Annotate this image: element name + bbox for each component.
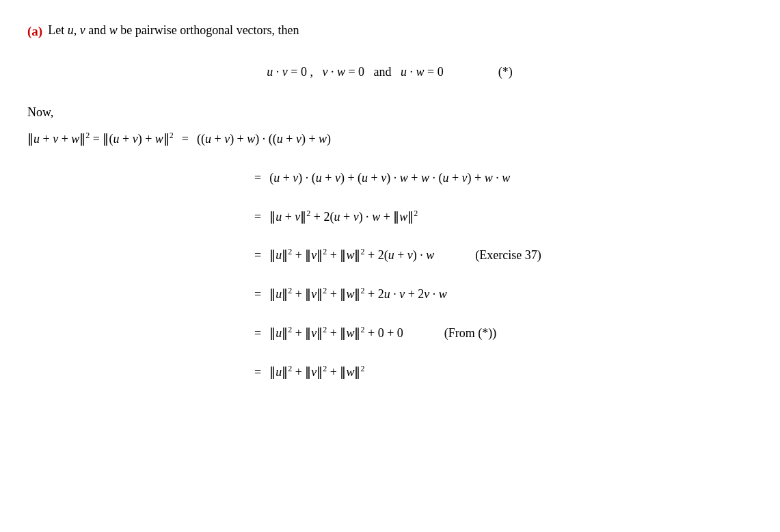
math-row-3: = ‖u + v‖2 + 2(u + v) · w + ‖w‖2 [27,207,752,227]
row4-rhs: ‖u‖2 + ‖v‖2 + ‖w‖2 + 2(u + v) · w [269,245,434,265]
star-reference: (*) [498,62,513,82]
row1-lhs: ‖u + v + w‖2 = ‖(u + v) + w‖2 [27,129,174,149]
row2-rhs: (u + v) · (u + v) + (u + v) · w + w · (u… [269,168,510,188]
row6-rhs: ‖u‖2 + ‖v‖2 + ‖w‖2 + 0 + 0 [269,323,403,343]
row5-eq: = [254,284,261,304]
row7-rhs: ‖u‖2 + ‖v‖2 + ‖w‖2 [269,362,364,382]
row7-eq: = [254,362,261,382]
math-row-2: = (u + v) · (u + v) + (u + v) · w + w · … [27,168,752,188]
row1-rhs: ((u + v) + w) · ((u + v) + w) [197,129,331,149]
row4-annotation: (Exercise 37) [475,245,541,265]
math-row-1: ‖u + v + w‖2 = ‖(u + v) + w‖2 = ((u + v)… [27,129,752,149]
eq-u-dot-v: u · v = 0 , v · w = 0 and u · w = 0 [267,62,443,82]
row4-eq: = [254,245,261,265]
centered-equation: u · v = 0 , v · w = 0 and u · w = 0 (*) [27,62,752,82]
row1-eq: = [182,129,189,149]
math-row-5: = ‖u‖2 + ‖v‖2 + ‖w‖2 + 2u · v + 2v · w [27,284,752,304]
intro-text: Let u, v and w be pairwise orthogonal ve… [48,21,299,40]
row3-rhs: ‖u + v‖2 + 2(u + v) · w + ‖w‖2 [269,207,418,227]
part-a-intro: (a) Let u, v and w be pairwise orthogona… [27,21,752,42]
math-row-4: = ‖u‖2 + ‖v‖2 + ‖w‖2 + 2(u + v) · w (Exe… [27,245,752,265]
row2-eq: = [254,168,261,188]
math-row-7: = ‖u‖2 + ‖v‖2 + ‖w‖2 [27,362,752,382]
now-text: Now, [27,103,752,122]
math-row-6: = ‖u‖2 + ‖v‖2 + ‖w‖2 + 0 + 0 (From (*)) [27,323,752,343]
row6-annotation: (From (*)) [444,323,496,343]
derivation-block: ‖u + v + w‖2 = ‖(u + v) + w‖2 = ((u + v)… [27,129,752,382]
part-label: (a) [27,21,42,42]
row6-eq: = [254,323,261,343]
row5-rhs: ‖u‖2 + ‖v‖2 + ‖w‖2 + 2u · v + 2v · w [269,284,447,304]
row3-eq: = [254,207,261,227]
main-content: (a) Let u, v and w be pairwise orthogona… [27,21,752,382]
